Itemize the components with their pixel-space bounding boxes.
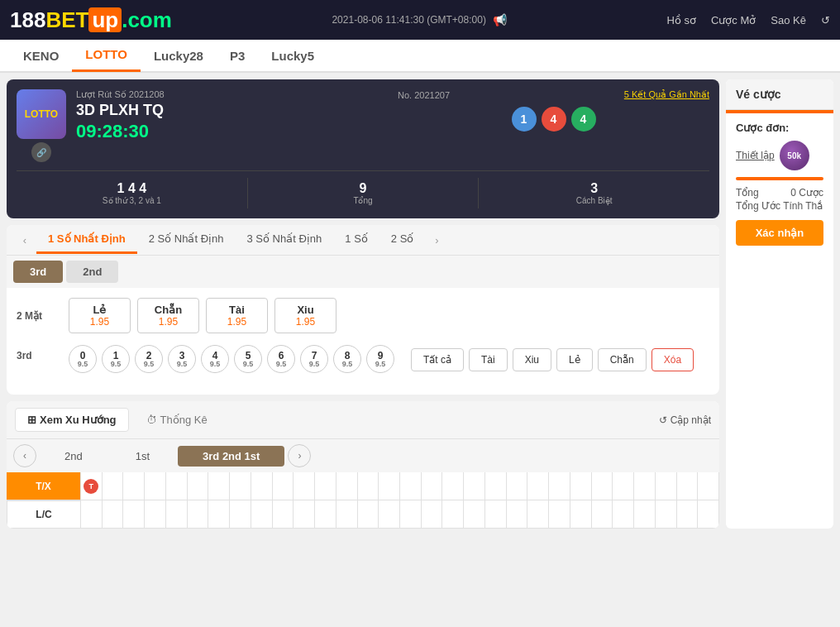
tab-keno[interactable]: KENO: [10, 39, 72, 72]
chip-setup-label[interactable]: Thiết lập: [736, 150, 775, 161]
mat2-row: 2 Mặt Lẻ 1.95 Chẵn 1.95 Tài 1.95: [17, 298, 709, 333]
tab-lucky5[interactable]: Lucky5: [258, 39, 327, 72]
trend-lc-cell-29: [698, 500, 719, 529]
trend-lc-cell-27: [656, 500, 677, 529]
bet-option-chan[interactable]: Chẵn 1.95: [137, 298, 199, 333]
trend-tx-cell-4: [166, 472, 188, 500]
bet-tabs-next[interactable]: ›: [425, 225, 448, 255]
bet-tab-3[interactable]: 3 Số Nhất Định: [236, 226, 334, 254]
trend-lc-cell-0: [81, 500, 103, 529]
quick-btn-xiu[interactable]: Xiu: [513, 348, 551, 371]
trend-dot-t: T: [84, 479, 98, 494]
trend-lc-cell-26: [634, 500, 656, 529]
bet-tab-4[interactable]: 1 Số: [333, 226, 379, 254]
opt-odds-le: 1.95: [83, 316, 117, 328]
num-2[interactable]: 2 9.5: [135, 345, 163, 373]
num-3[interactable]: 3 9.5: [168, 345, 196, 373]
confirm-button[interactable]: Xác nhận: [736, 220, 823, 246]
quick-btn-le[interactable]: Lẻ: [556, 348, 593, 371]
bet-option-xiu[interactable]: Xiu 1.95: [274, 298, 336, 333]
logo-com: .com: [122, 7, 172, 32]
num-7[interactable]: 7 9.5: [300, 345, 328, 373]
datetime-area: 2021-08-06 11:41:30 (GMT+08:00) 📢: [332, 13, 506, 26]
result-stats: 1 4 4 Số thứ 3, 2 và 1 9 Tổng 3 Cách Biệ…: [17, 170, 709, 208]
num-6[interactable]: 6 9.5: [267, 345, 295, 373]
num-1[interactable]: 1 9.5: [102, 345, 130, 373]
trend-lc-cell-8: [251, 500, 273, 529]
bet-option-tai[interactable]: Tài 1.95: [206, 298, 268, 333]
datetime: 2021-08-06 11:41:30 (GMT+08:00): [332, 14, 485, 26]
opt-label-chan: Chẵn: [151, 304, 185, 316]
bet-tab-5[interactable]: 2 Số: [379, 226, 426, 254]
logo-bet: BET: [45, 7, 88, 32]
total-value: 0 Cược: [790, 187, 823, 199]
tab-lucky28[interactable]: Lucky28: [141, 39, 217, 72]
bpos-tab-2nd[interactable]: 2nd: [40, 446, 107, 467]
tab-p3[interactable]: P3: [217, 39, 258, 72]
num-9[interactable]: 9 9.5: [366, 345, 394, 373]
total-row: Tổng 0 Cược: [736, 187, 823, 199]
nav-tabs: KENO LOTTO Lucky28 P3 Lucky5: [0, 40, 840, 73]
pos-tab-2nd[interactable]: 2nd: [66, 261, 118, 283]
logo: 188BETup.com: [10, 7, 172, 33]
bottom-tabs-bar: ⊞ Xem Xu Hướng ⏱ Thống Kê ↺ Cập nhật: [7, 401, 719, 439]
bpos-tab-1st[interactable]: 1st: [111, 446, 174, 467]
ball-1: 1: [512, 107, 537, 132]
nav-history[interactable]: Sao Kê: [771, 14, 806, 26]
bet-tab-2[interactable]: 2 Số Nhất Định: [137, 226, 236, 254]
tab-lotto[interactable]: LOTTO: [72, 39, 141, 72]
bet-tab-1[interactable]: 1 Số Nhất Định: [36, 226, 137, 254]
trend-lc-cell-23: [570, 500, 592, 529]
quick-btn-chan[interactable]: Chẵn: [598, 348, 647, 371]
bet-type-label: Cược đơn:: [736, 122, 823, 134]
game-timer: 09:28:30: [76, 121, 388, 142]
bpos-tab-all[interactable]: 3rd 2nd 1st: [178, 446, 284, 467]
quick-btn-tai[interactable]: Tài: [469, 348, 508, 371]
trend-lc-cell-1: [103, 500, 124, 529]
trend-lc-cell-25: [613, 500, 634, 529]
bottom-tab-stats[interactable]: ⏱ Thống Kê: [134, 408, 220, 432]
game-link-icon[interactable]: 🔗: [31, 142, 51, 162]
trend-tx-cell-18: [464, 472, 485, 500]
nav-profile[interactable]: Hồ sơ: [666, 14, 696, 26]
game-no-label: No. 2021207: [398, 90, 450, 100]
num-4[interactable]: 4 9.5: [201, 345, 229, 373]
trend-lc-cell-21: [527, 500, 549, 529]
game-logo-area: LOTTO 🔗: [17, 89, 66, 162]
trend-tx-cell-25: [613, 472, 634, 500]
trend-lc-cell-16: [422, 500, 443, 529]
quick-btn-delete[interactable]: Xóa: [651, 348, 694, 371]
trend-lc-cell-24: [592, 500, 613, 529]
trend-lc-cell-4: [166, 500, 188, 529]
chip-circle[interactable]: 50k: [780, 141, 809, 170]
trend-tx-cell-17: [442, 472, 464, 500]
trend-tx-cell-28: [677, 472, 699, 500]
bet-option-le[interactable]: Lẻ 1.95: [69, 298, 131, 333]
update-btn[interactable]: ↺ Cập nhật: [659, 414, 711, 426]
num-8[interactable]: 8 9.5: [333, 345, 361, 373]
refresh-icon[interactable]: ↺: [821, 14, 830, 26]
num-5[interactable]: 5 9.5: [234, 345, 262, 373]
bottom-tab-trend[interactable]: ⊞ Xem Xu Hướng: [15, 408, 129, 432]
stat-col-3: 3 Cách Biệt: [479, 178, 709, 208]
bottom-pos-prev[interactable]: ‹: [13, 444, 36, 467]
trend-lc-cell-19: [485, 500, 507, 529]
bet-tabs-prev[interactable]: ‹: [13, 225, 36, 255]
nav-open-bets[interactable]: Cược Mở: [711, 14, 756, 26]
betting-card: ‹ 1 Số Nhất Định 2 Số Nhất Định 3 Số Nhấ…: [7, 225, 719, 395]
bottom-pos-next[interactable]: ›: [288, 444, 311, 467]
trend-tx-cell-16: [422, 472, 443, 500]
stat-value-3: 3: [482, 181, 706, 196]
pos-tab-3rd[interactable]: 3rd: [13, 261, 63, 283]
recent-results-link[interactable]: 5 Kết Quả Gần Nhất: [624, 89, 709, 100]
quick-btn-all[interactable]: Tất cả: [411, 348, 464, 371]
quick-btns: Tất cả Tài Xiu Lẻ Chẵn Xóa: [411, 348, 694, 371]
num-0[interactable]: 0 9.5: [69, 345, 97, 373]
trend-tx-cell-6: [208, 472, 230, 500]
trend-tx-label: T/X: [7, 472, 81, 500]
sound-icon[interactable]: 📢: [493, 13, 507, 26]
trend-tx-cell-10: [294, 472, 315, 500]
trend-lc-label: L/C: [7, 500, 81, 529]
trend-lc-cell-28: [677, 500, 699, 529]
bet-tabs: ‹ 1 Số Nhất Định 2 Số Nhất Định 3 Số Nhấ…: [7, 225, 719, 256]
